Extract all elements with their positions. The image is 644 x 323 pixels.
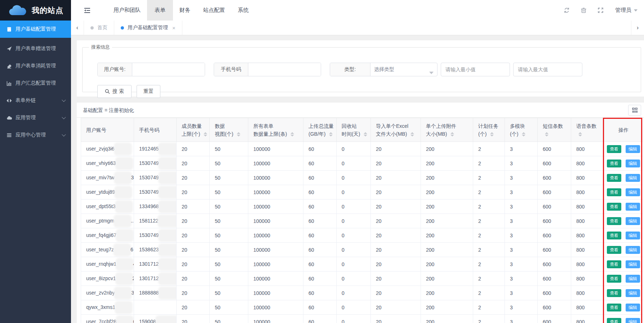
view-button[interactable]: 查看 — [607, 289, 621, 297]
redaction-blur — [116, 302, 131, 313]
sort-caret-icon[interactable] — [237, 132, 240, 136]
account-input[interactable] — [132, 63, 205, 76]
edit-button[interactable]: 编辑 — [626, 174, 640, 182]
column-header[interactable]: 成员数量上限(个) — [177, 118, 210, 142]
topnav-item[interactable]: 用户和团队 — [107, 0, 147, 21]
column-header[interactable]: 导入单个Excel文件大小(MB) — [371, 118, 421, 142]
value-cell: 0 — [337, 300, 371, 315]
view-button[interactable]: 查看 — [607, 188, 621, 196]
edit-button[interactable]: 编辑 — [626, 289, 640, 297]
tabs-scroll-left-icon[interactable]: ‹ — [71, 21, 84, 35]
view-button[interactable]: 查看 — [607, 318, 621, 323]
sort-caret-icon[interactable] — [410, 132, 414, 136]
value-cell: 60 — [303, 257, 337, 272]
sort-caret-icon[interactable] — [522, 132, 525, 136]
column-header[interactable]: 多模块(个) — [505, 118, 538, 142]
column-header[interactable]: 数据视图(个) — [210, 118, 248, 142]
edit-button[interactable]: 编辑 — [626, 318, 640, 323]
sidebar-item-7[interactable]: 应用中心管理 — [0, 126, 71, 144]
column-header[interactable]: 所有表单数据量上限(条) — [248, 118, 303, 142]
sort-caret-icon[interactable] — [450, 132, 454, 136]
edit-button[interactable]: 编辑 — [626, 304, 640, 311]
column-header[interactable]: 单个上传附件大小(MB) — [421, 118, 473, 142]
column-header[interactable]: 语音条数 — [571, 118, 604, 142]
sort-caret-icon[interactable] — [364, 132, 367, 136]
value-cell: 200 — [421, 286, 473, 300]
topnav-item[interactable]: 站点配置 — [197, 0, 231, 21]
reset-button[interactable]: 重置 — [137, 85, 160, 98]
view-button[interactable]: 查看 — [607, 203, 621, 211]
edit-button[interactable]: 编辑 — [626, 260, 640, 268]
phone-input[interactable] — [248, 63, 321, 76]
admin-menu[interactable]: 管理员 — [615, 7, 638, 14]
refresh-icon[interactable] — [564, 7, 570, 13]
edit-button[interactable]: 编辑 — [626, 203, 640, 211]
tabs-scroll-right-icon[interactable]: › — [631, 21, 644, 35]
sidebar-item-4[interactable]: 用户汇总配置管理 — [0, 75, 71, 92]
value-cell: 60 — [303, 199, 337, 214]
view-button[interactable]: 查看 — [607, 232, 621, 239]
view-button[interactable]: 查看 — [607, 275, 621, 283]
redaction-blur — [115, 173, 130, 183]
view-button[interactable]: 查看 — [607, 174, 621, 182]
sidebar-item-2[interactable]: 用户表单赠送管理 — [0, 40, 71, 57]
view-button[interactable]: 查看 — [607, 304, 621, 311]
search-button[interactable]: 搜 索 — [97, 85, 132, 98]
sort-caret-icon[interactable] — [204, 132, 207, 136]
value-cell: 0 — [337, 199, 371, 214]
column-header[interactable]: 短信条数 — [538, 118, 571, 142]
actions-cell: 查看编辑 — [604, 300, 643, 315]
sidebar-item-6[interactable]: 应用管理 — [0, 109, 71, 126]
value-cell: 50 — [210, 228, 248, 243]
page-tab[interactable]: 首页 — [84, 21, 114, 35]
redaction-blur — [160, 245, 177, 255]
value-cell: 20 — [177, 156, 210, 171]
trash-icon[interactable] — [581, 7, 587, 13]
fullscreen-icon[interactable] — [598, 7, 604, 13]
value-cell: 20 — [177, 243, 210, 257]
edit-button[interactable]: 编辑 — [626, 188, 640, 196]
sidebar-item-5[interactable]: 表单外链 — [0, 92, 71, 109]
page-tab[interactable]: 用户基础配置管理× — [114, 21, 182, 35]
edit-button[interactable]: 编辑 — [626, 145, 640, 153]
value-cell: 2 — [473, 300, 505, 315]
type-select[interactable]: 选择类型 — [370, 63, 437, 76]
sort-caret-icon[interactable] — [290, 132, 294, 136]
topnav-item[interactable]: 财务 — [173, 0, 197, 21]
column-header[interactable]: 上传总流量(GB/年) — [303, 118, 337, 142]
sort-caret-icon[interactable] — [578, 132, 582, 136]
max-value-input[interactable] — [513, 63, 582, 76]
column-header[interactable]: 回收站时间(天) — [337, 118, 371, 142]
edit-button[interactable]: 编辑 — [626, 217, 640, 225]
topnav-item[interactable]: 表单 — [147, 0, 173, 21]
view-button[interactable]: 查看 — [607, 160, 621, 167]
edit-button[interactable]: 编辑 — [626, 246, 640, 254]
value-cell: 600 — [538, 286, 571, 300]
sort-caret-icon[interactable] — [490, 132, 494, 136]
collapse-menu-icon[interactable] — [82, 0, 93, 21]
sidebar-item-3[interactable]: 用户表单消耗管理 — [0, 57, 71, 75]
view-button[interactable]: 查看 — [607, 260, 621, 268]
view-button[interactable]: 查看 — [607, 217, 621, 225]
value-cell: 200 — [421, 315, 473, 323]
topnav-item[interactable]: 系统 — [231, 0, 255, 21]
value-cell: 100000 — [248, 214, 303, 228]
value-cell: 60 — [303, 315, 337, 323]
columns-grid-icon — [632, 108, 638, 113]
edit-button[interactable]: 编辑 — [626, 232, 640, 239]
sort-caret-icon[interactable] — [329, 132, 333, 136]
sort-caret-icon[interactable] — [545, 132, 548, 136]
value-cell: 2 — [473, 214, 505, 228]
account-cell: qywx_3xms1 — [81, 300, 134, 315]
edit-button[interactable]: 编辑 — [626, 160, 640, 167]
view-button[interactable]: 查看 — [607, 145, 621, 153]
view-button[interactable]: 查看 — [607, 246, 621, 254]
column-header[interactable]: 计划任务(个) — [473, 118, 505, 142]
column-settings-button[interactable] — [628, 105, 641, 116]
value-cell: 20 — [371, 214, 421, 228]
account-cell: user_ptmgm.. — [81, 214, 134, 228]
close-icon[interactable]: × — [172, 25, 176, 31]
min-value-input[interactable] — [441, 63, 510, 76]
edit-button[interactable]: 编辑 — [626, 275, 640, 283]
sidebar-item-1[interactable]: 用户基础配置管理 — [0, 21, 71, 38]
